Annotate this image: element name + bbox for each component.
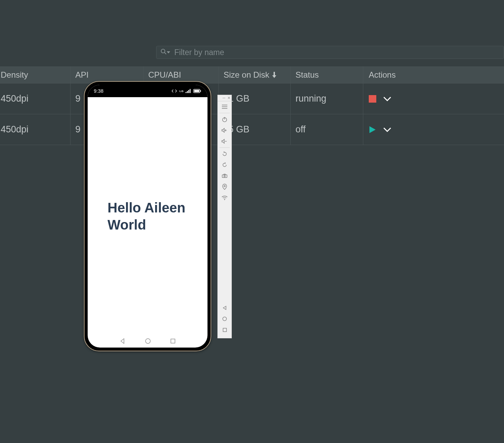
- location-icon[interactable]: [217, 181, 232, 192]
- minimize-icon[interactable]: [223, 98, 225, 99]
- col-density[interactable]: Density: [0, 66, 71, 83]
- hello-text: Hello Aileen World: [88, 199, 185, 233]
- emulator-phone-frame: 9:38 LG Hello: [84, 81, 211, 351]
- search-icon: [160, 48, 167, 57]
- cell-actions: [363, 114, 436, 145]
- table-row[interactable]: 450dpi 9 1 GB running: [0, 83, 504, 114]
- svg-rect-8: [194, 90, 199, 92]
- menu-icon[interactable]: [217, 101, 232, 112]
- cell-actions: [363, 83, 436, 114]
- wifi-icon[interactable]: [217, 192, 232, 203]
- cell-density: 450dpi: [0, 83, 71, 114]
- screenshot-icon[interactable]: [217, 170, 232, 181]
- svg-rect-2: [186, 92, 187, 93]
- col-size[interactable]: Size on Disk: [219, 66, 291, 83]
- battery-icon: [193, 89, 201, 93]
- cell-status: off: [291, 114, 363, 145]
- col-api[interactable]: API: [71, 66, 143, 83]
- status-icons: LG: [171, 89, 201, 93]
- nav-back-button[interactable]: [217, 302, 232, 313]
- power-icon[interactable]: [217, 114, 232, 125]
- table-row[interactable]: 450dpi 9 5 GB off: [0, 114, 504, 145]
- phone-screen: 9:38 LG Hello: [88, 85, 207, 348]
- device-table: Density API CPU/ABI Size on Disk Status …: [0, 66, 504, 145]
- play-button[interactable]: [369, 126, 376, 134]
- nav-recent-button[interactable]: [217, 324, 232, 335]
- app-content: Hello Aileen World: [88, 97, 207, 335]
- svg-point-21: [224, 185, 225, 187]
- col-actions: Actions: [363, 66, 436, 83]
- signal-icon: [186, 89, 191, 93]
- svg-rect-7: [200, 90, 201, 92]
- volume-down-icon[interactable]: [217, 136, 232, 147]
- svg-line-1: [165, 53, 166, 54]
- volume-up-icon[interactable]: [217, 125, 232, 136]
- nav-home-button[interactable]: [217, 313, 232, 324]
- more-actions-button[interactable]: [383, 127, 391, 132]
- more-actions-button[interactable]: [383, 96, 391, 102]
- dropdown-caret-icon[interactable]: [167, 49, 170, 55]
- close-icon[interactable]: ✕: [227, 96, 230, 100]
- cell-density: 450dpi: [0, 114, 71, 145]
- filter-bar: [156, 46, 504, 59]
- svg-point-20: [224, 175, 225, 177]
- rotate-left-icon[interactable]: [217, 148, 232, 159]
- col-status[interactable]: Status: [291, 66, 363, 83]
- svg-rect-10: [171, 339, 175, 343]
- svg-point-22: [224, 199, 225, 200]
- toolbar-window-controls: ✕: [218, 95, 231, 101]
- sort-desc-icon: [272, 72, 277, 78]
- nav-home-icon[interactable]: [145, 338, 151, 344]
- nav-back-icon[interactable]: [119, 338, 126, 344]
- svg-rect-4: [188, 90, 189, 93]
- svg-rect-5: [190, 89, 191, 93]
- filter-input[interactable]: [170, 48, 500, 57]
- svg-rect-3: [187, 91, 188, 93]
- col-cpu[interactable]: CPU/ABI: [143, 66, 219, 83]
- nav-recent-icon[interactable]: [170, 338, 176, 344]
- table-header: Density API CPU/ABI Size on Disk Status …: [0, 66, 504, 83]
- svg-point-0: [161, 49, 165, 53]
- svg-point-23: [223, 317, 227, 321]
- svg-rect-24: [223, 328, 226, 331]
- rotate-right-icon[interactable]: [217, 159, 232, 170]
- lte-icon: LG: [179, 90, 184, 93]
- debug-icon: [171, 89, 177, 93]
- emulator-toolbar: ✕: [217, 95, 232, 338]
- svg-point-9: [146, 339, 150, 343]
- stop-button[interactable]: [369, 95, 376, 103]
- svg-rect-19: [222, 175, 227, 178]
- status-clock: 9:38: [94, 88, 103, 94]
- android-nav-bar: [88, 336, 207, 347]
- cell-status: running: [291, 83, 363, 114]
- android-status-bar: 9:38 LG: [88, 85, 207, 97]
